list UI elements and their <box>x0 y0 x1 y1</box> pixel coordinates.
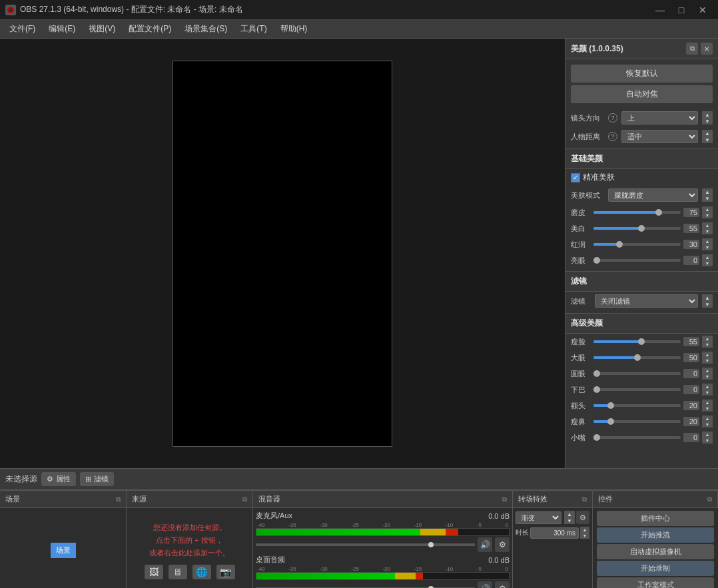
skin-mode-up-arrow[interactable]: ▲ <box>702 188 713 195</box>
start-stream-button[interactable]: 开始推流 <box>597 527 714 543</box>
skin-mode-down-arrow[interactable]: ▼ <box>702 195 713 202</box>
sources-expand-icon[interactable]: ⧉ <box>242 495 247 503</box>
duration-input[interactable] <box>530 527 579 539</box>
round-eye-up[interactable]: ▲ <box>702 368 713 374</box>
beauty-close-button[interactable]: ✕ <box>701 43 713 55</box>
person-dist-up-arrow[interactable]: ▲ <box>702 130 713 137</box>
autofocus-button[interactable]: 自动对焦 <box>571 85 713 103</box>
brighten-slider[interactable] <box>593 256 681 265</box>
chin-up[interactable]: ▲ <box>702 384 713 390</box>
skin-mode-select[interactable]: 朦胧磨皮 <box>608 188 698 202</box>
mixer-slider-1[interactable] <box>256 540 475 549</box>
transition-down-arrow[interactable]: ▼ <box>564 517 575 524</box>
beauty-float-button[interactable]: ⧉ <box>686 43 698 55</box>
round-eye-thumb[interactable] <box>593 370 600 377</box>
slim-nose-slider[interactable] <box>593 417 681 426</box>
transition-select[interactable]: 渐变 <box>516 511 561 524</box>
mouth-slider[interactable] <box>593 433 681 442</box>
mixer-slider-thumb-1[interactable] <box>428 542 434 547</box>
chin-down[interactable]: ▼ <box>702 390 713 396</box>
slim-face-thumb[interactable] <box>638 338 645 345</box>
lens-dir-select[interactable]: 上 <box>621 111 698 125</box>
filters-button[interactable]: ⊞ 滤镜 <box>80 472 114 486</box>
transition-gear-button[interactable]: ⚙ <box>576 511 589 524</box>
mouth-up[interactable]: ▲ <box>702 432 713 438</box>
close-button[interactable]: ✕ <box>693 0 713 20</box>
virtual-camera-button[interactable]: 启动虚拟摄像机 <box>597 544 714 559</box>
menu-profile[interactable]: 配置文件(P) <box>122 21 178 37</box>
big-eye-slider[interactable] <box>593 353 681 362</box>
filter-select[interactable]: 关闭滤镜 <box>595 294 698 308</box>
menu-edit[interactable]: 编辑(E) <box>42 21 82 37</box>
mixer-settings-2[interactable]: ⚙ <box>495 581 510 588</box>
maximize-button[interactable]: □ <box>671 0 691 20</box>
mixer-mute-1[interactable]: 🔊 <box>478 537 492 552</box>
properties-button[interactable]: ⚙ 属性 <box>41 472 76 486</box>
lens-dir-down-arrow[interactable]: ▼ <box>702 118 713 125</box>
transition-up-arrow[interactable]: ▲ <box>564 511 575 517</box>
precise-skin-checkbox[interactable]: ✓ <box>571 173 580 182</box>
filter-down-arrow[interactable]: ▼ <box>702 301 713 308</box>
mixer-mute-2[interactable]: 🔊 <box>478 581 492 588</box>
redden-up-arrow[interactable]: ▲ <box>702 238 713 244</box>
whiten-slider[interactable] <box>593 224 681 233</box>
slim-nose-down[interactable]: ▼ <box>702 422 713 428</box>
plugin-center-button[interactable]: 插件中心 <box>597 511 714 526</box>
filter-up-arrow[interactable]: ▲ <box>702 294 713 301</box>
redden-thumb[interactable] <box>616 241 623 248</box>
mouth-thumb[interactable] <box>593 434 600 441</box>
round-eye-down[interactable]: ▼ <box>702 374 713 380</box>
forehead-slider[interactable] <box>593 401 681 410</box>
whiten-thumb[interactable] <box>638 225 645 232</box>
menu-help[interactable]: 帮助(H) <box>274 21 314 37</box>
transitions-panel-header[interactable]: 转场特效 ⧉ <box>513 491 593 507</box>
forehead-down[interactable]: ▼ <box>702 406 713 412</box>
round-eye-slider[interactable] <box>593 369 681 378</box>
chin-slider[interactable] <box>593 385 681 394</box>
menu-file[interactable]: 文件(F) <box>3 21 42 37</box>
mixer-panel-header[interactable]: 混音器 ⧉ <box>253 491 513 507</box>
polish-slider[interactable] <box>593 208 681 217</box>
redden-down-arrow[interactable]: ▼ <box>702 244 713 250</box>
slim-face-up[interactable]: ▲ <box>702 336 713 342</box>
lens-dir-help-icon[interactable]: ? <box>608 113 617 123</box>
polish-thumb[interactable] <box>655 209 662 216</box>
polish-up-arrow[interactable]: ▲ <box>702 206 713 212</box>
big-eye-down[interactable]: ▼ <box>702 358 713 364</box>
mixer-expand-icon[interactable]: ⧉ <box>502 495 507 503</box>
studio-mode-button[interactable]: 工作室模式 <box>597 577 714 588</box>
start-record-button[interactable]: 开始录制 <box>597 561 714 576</box>
brighten-up-arrow[interactable]: ▲ <box>702 254 713 260</box>
minimize-button[interactable]: — <box>650 0 670 20</box>
forehead-up[interactable]: ▲ <box>702 400 713 406</box>
slim-nose-thumb[interactable] <box>607 418 614 425</box>
polish-down-arrow[interactable]: ▼ <box>702 212 713 218</box>
big-eye-thumb[interactable] <box>634 354 641 361</box>
menu-view[interactable]: 视图(V) <box>82 21 122 37</box>
person-dist-help-icon[interactable]: ? <box>608 132 617 141</box>
brighten-thumb[interactable] <box>593 257 600 264</box>
scenes-expand-icon[interactable]: ⧉ <box>116 495 121 503</box>
person-dist-down-arrow[interactable]: ▼ <box>702 137 713 143</box>
menu-scenes[interactable]: 场景集合(S) <box>178 21 234 37</box>
restore-default-button[interactable]: 恢复默认 <box>571 65 713 83</box>
scenes-panel-header[interactable]: 场景 ⧉ <box>0 491 127 507</box>
brighten-down-arrow[interactable]: ▼ <box>702 260 713 266</box>
sources-panel-header[interactable]: 来源 ⧉ <box>127 491 253 507</box>
controls-panel-header[interactable]: 控件 ⧉ <box>593 491 718 507</box>
mouth-down[interactable]: ▼ <box>702 438 713 443</box>
duration-down[interactable]: ▼ <box>580 533 589 539</box>
scene-item[interactable]: 场景 <box>51 543 76 558</box>
chin-thumb[interactable] <box>593 386 600 393</box>
whiten-up-arrow[interactable]: ▲ <box>702 222 713 228</box>
slim-face-slider[interactable] <box>593 337 681 346</box>
mixer-settings-1[interactable]: ⚙ <box>495 537 510 552</box>
controls-expand-icon[interactable]: ⧉ <box>707 495 712 503</box>
redden-slider[interactable] <box>593 240 681 249</box>
forehead-thumb[interactable] <box>607 402 614 409</box>
person-dist-select[interactable]: 适中 <box>621 130 698 143</box>
whiten-down-arrow[interactable]: ▼ <box>702 228 713 234</box>
big-eye-up[interactable]: ▲ <box>702 352 713 358</box>
duration-up[interactable]: ▲ <box>580 527 589 533</box>
slim-nose-up[interactable]: ▲ <box>702 416 713 422</box>
